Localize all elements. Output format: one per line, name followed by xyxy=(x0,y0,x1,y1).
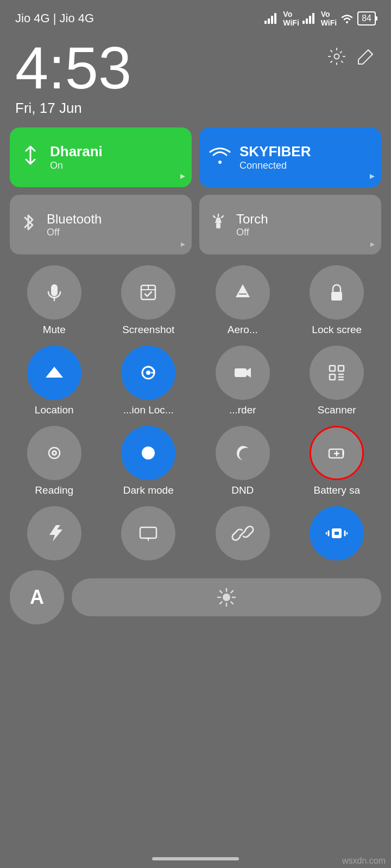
flash-tile[interactable] xyxy=(10,506,99,560)
location-tile[interactable]: Location xyxy=(10,346,99,416)
wifi-tile-icon xyxy=(208,143,232,172)
lockscreen-label: Lock scree xyxy=(312,324,362,336)
flash-circle xyxy=(27,506,81,560)
dnd-label: DND xyxy=(231,484,254,496)
dnd-circle xyxy=(216,426,270,480)
aero-label: Aero... xyxy=(228,324,258,336)
screenshot-tile[interactable]: Screenshot xyxy=(104,265,193,336)
svg-rect-33 xyxy=(140,527,156,538)
torch-arrow: ▸ xyxy=(370,239,375,249)
scanner-label: Scanner xyxy=(318,404,356,416)
row4-icons xyxy=(10,506,381,560)
rotation-tile[interactable]: ...ion Loc... xyxy=(104,346,193,416)
battery-level: 84 xyxy=(362,14,371,23)
screen-tile[interactable] xyxy=(104,506,193,560)
batterysaver-label: Battery sa xyxy=(313,484,360,496)
svg-rect-3 xyxy=(274,13,276,24)
darkmode-label: Dark mode xyxy=(123,484,174,496)
svg-rect-4 xyxy=(302,21,305,24)
svg-rect-21 xyxy=(338,366,344,371)
bluetooth-icon xyxy=(18,212,39,237)
status-icons: VoWiFi VoWiFi 84 xyxy=(264,10,376,27)
dharani-tile[interactable]: Dharani On ▸ xyxy=(10,127,192,187)
battery-indicator: 84 xyxy=(357,11,376,25)
svg-point-18 xyxy=(146,371,150,375)
dnd-tile[interactable]: DND xyxy=(198,426,287,496)
font-size-button[interactable]: A xyxy=(10,570,64,624)
svg-point-29 xyxy=(142,446,155,459)
reading-label: Reading xyxy=(35,484,73,496)
svg-point-39 xyxy=(223,593,230,601)
svg-line-47 xyxy=(231,591,234,593)
home-indicator[interactable] xyxy=(152,857,239,860)
edit-icon[interactable] xyxy=(356,47,376,70)
svg-line-44 xyxy=(220,591,222,593)
aero-tile[interactable]: Aero... xyxy=(198,265,287,336)
lockscreen-tile[interactable]: Lock scree xyxy=(293,265,382,336)
data-icon xyxy=(18,143,42,172)
svg-point-28 xyxy=(53,452,55,454)
svg-rect-22 xyxy=(330,374,335,380)
clock-time: 4:53 xyxy=(15,38,131,98)
recorder-tile[interactable]: ...rder xyxy=(198,346,287,416)
tiles-container: Dharani On ▸ SKYFIBER Connected ▸ xyxy=(0,127,391,624)
svg-line-45 xyxy=(231,602,234,604)
row3-icons: Reading Dark mode DND xyxy=(10,426,381,496)
torch-icon xyxy=(208,212,229,237)
dharani-name: Dharani xyxy=(50,143,103,160)
skyfiber-name: SKYFIBER xyxy=(239,143,311,160)
location-circle xyxy=(27,346,81,400)
recorder-label: ...rder xyxy=(229,404,256,416)
darkmode-tile[interactable]: Dark mode xyxy=(104,426,193,496)
torch-tile[interactable]: Torch Off ▸ xyxy=(199,195,381,254)
link-tile[interactable] xyxy=(198,506,287,560)
clock-area: 4:53 Fri, 17 Jun xyxy=(0,33,391,127)
svg-rect-1 xyxy=(268,18,270,24)
svg-line-46 xyxy=(220,602,222,604)
signal-icon xyxy=(264,13,280,24)
bluetooth-arrow: ▸ xyxy=(181,239,185,249)
rotation-label: ...ion Loc... xyxy=(123,404,174,416)
status-bar: Jio 4G | Jio 4G VoWiFi VoWiFi 84 xyxy=(0,0,391,33)
bluetooth-status: Off xyxy=(47,227,102,238)
wifi-icon xyxy=(340,13,354,24)
big-tiles-row: Dharani On ▸ SKYFIBER Connected ▸ xyxy=(10,127,381,187)
svg-rect-0 xyxy=(264,21,267,24)
recorder-circle xyxy=(216,346,270,400)
vo-wifi-1: VoWiFi xyxy=(283,10,299,27)
scanner-tile[interactable]: Scanner xyxy=(293,346,382,416)
scanner-circle xyxy=(310,346,364,400)
bluetooth-tile[interactable]: Bluetooth Off ▸ xyxy=(10,195,192,254)
svg-rect-6 xyxy=(309,16,311,24)
mute-circle xyxy=(27,265,81,320)
vibrate-tile[interactable] xyxy=(293,506,382,560)
svg-point-9 xyxy=(218,161,222,164)
svg-rect-10 xyxy=(216,223,220,228)
clock-actions xyxy=(327,47,376,70)
lockscreen-circle xyxy=(310,265,364,320)
row1-icons: Mute Screenshot Aero... xyxy=(10,265,381,336)
skyfiber-arrow: ▸ xyxy=(370,170,375,182)
skyfiber-tile[interactable]: SKYFIBER Connected ▸ xyxy=(199,127,381,187)
link-circle xyxy=(216,506,270,560)
svg-point-8 xyxy=(346,21,348,23)
svg-rect-2 xyxy=(271,16,273,24)
clock-date: Fri, 17 Jun xyxy=(15,100,131,117)
brightness-slider[interactable] xyxy=(72,578,381,616)
svg-rect-20 xyxy=(330,366,335,371)
batterysaver-circle xyxy=(310,426,364,480)
reading-tile[interactable]: Reading xyxy=(10,426,99,496)
dharani-status: On xyxy=(50,160,103,171)
settings-icon[interactable] xyxy=(327,47,346,70)
aero-circle xyxy=(216,265,270,320)
screenshot-label: Screenshot xyxy=(122,324,174,336)
watermark: wsxdn.com xyxy=(342,856,386,866)
svg-rect-38 xyxy=(335,532,339,535)
extra-row: A xyxy=(10,570,381,624)
screenshot-circle xyxy=(121,265,175,320)
batterysaver-tile[interactable]: Battery sa xyxy=(293,426,382,496)
carrier-text: Jio 4G | Jio 4G xyxy=(15,11,94,25)
mute-tile[interactable]: Mute xyxy=(10,265,99,336)
location-label: Location xyxy=(35,404,74,416)
torch-status: Off xyxy=(236,227,268,238)
